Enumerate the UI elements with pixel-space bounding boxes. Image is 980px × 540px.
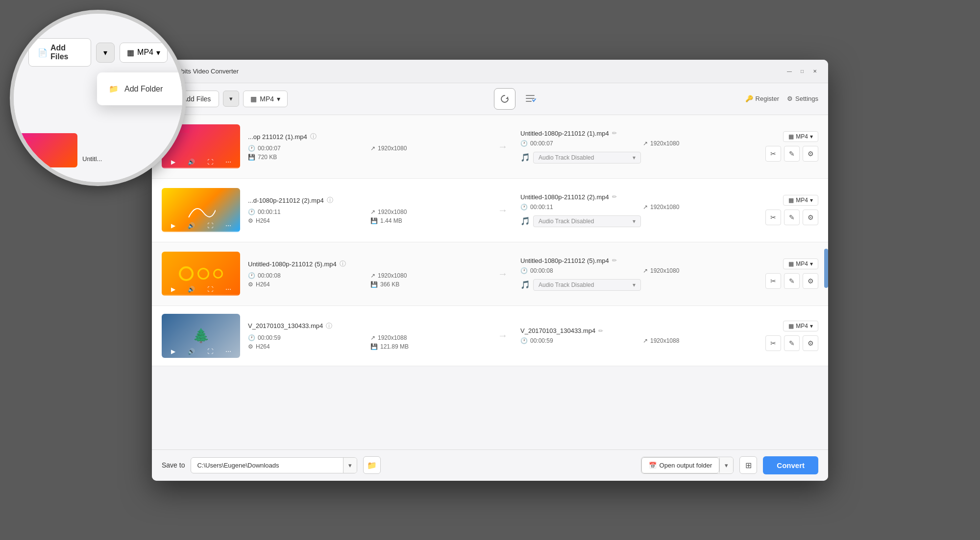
settings-button-1[interactable]: ⚙ bbox=[803, 146, 818, 162]
mag-dropdown-btn[interactable]: ▾ bbox=[96, 43, 115, 63]
window-title: orbits Video Converter bbox=[175, 68, 239, 75]
grid-view-button[interactable]: ⊞ bbox=[739, 456, 757, 474]
info-icon-3[interactable]: ⓘ bbox=[340, 259, 346, 268]
audio-track-dropdown-2[interactable]: Audio Track Disabled ▾ bbox=[533, 215, 641, 227]
settings-button[interactable]: ⚙ Settings bbox=[787, 95, 818, 102]
format-value-3: MP4 bbox=[796, 260, 808, 267]
fullscreen-icon-1[interactable]: ⛶ bbox=[207, 159, 213, 165]
fullscreen-icon-3[interactable]: ⛶ bbox=[207, 286, 213, 293]
volume-icon-1[interactable]: 🔊 bbox=[188, 159, 195, 165]
mag-add-folder-label: Add Folder bbox=[124, 85, 163, 94]
action-btn-row-3: ✂ ✎ ⚙ bbox=[765, 273, 818, 289]
volume-icon-2[interactable]: 🔊 bbox=[188, 222, 195, 229]
more-icon-3[interactable]: ⋯ bbox=[225, 286, 231, 293]
maximize-button[interactable]: □ bbox=[799, 68, 806, 74]
clock-icon-3: 🕐 bbox=[248, 272, 255, 279]
refresh-button[interactable] bbox=[494, 88, 515, 110]
volume-icon-3[interactable]: 🔊 bbox=[188, 286, 195, 293]
minimize-button[interactable]: — bbox=[786, 68, 793, 74]
fullscreen-icon-4[interactable]: ⛶ bbox=[207, 348, 213, 355]
output-actions-4: ▦ MP4 ▾ ✂ ✎ ⚙ bbox=[765, 321, 818, 351]
info-icon-1[interactable]: ⓘ bbox=[310, 132, 317, 141]
edit-icon-1[interactable]: ✏ bbox=[612, 130, 617, 137]
open-output-folder-label: Open output folder bbox=[660, 462, 712, 469]
format-tag-4[interactable]: ▦ MP4 ▾ bbox=[783, 321, 818, 331]
file-meta-4: 🕐 00:00:59 ↗ 1920x1088 ⚙ H264 💾 bbox=[248, 334, 485, 350]
edit-icon-2[interactable]: ✏ bbox=[612, 193, 617, 200]
output-section-1: Untitled-1080p-211012 (1).mp4 ✏ 🕐 00:00:… bbox=[520, 130, 758, 164]
more-icon-1[interactable]: ⋯ bbox=[225, 159, 231, 165]
resolution-icon-4: ↗ bbox=[370, 334, 375, 341]
settings-label: Settings bbox=[795, 95, 818, 102]
edit-button-2[interactable]: ✎ bbox=[784, 210, 800, 225]
browse-folder-button[interactable]: 📁 bbox=[363, 456, 381, 474]
svg-rect-7 bbox=[526, 101, 532, 102]
open-output-folder-button[interactable]: 📅 Open output folder bbox=[641, 457, 720, 473]
more-icon-2[interactable]: ⋯ bbox=[225, 222, 231, 229]
input-filename-1: ...op 211012 (1).mp4 bbox=[248, 133, 307, 141]
play-icon-4[interactable]: ▶ bbox=[171, 348, 175, 355]
format-selector-button[interactable]: ▦ MP4 ▾ bbox=[243, 91, 288, 107]
format-tag-2[interactable]: ▦ MP4 ▾ bbox=[783, 195, 818, 206]
more-icon-4[interactable]: ⋯ bbox=[225, 348, 231, 355]
arrow-col-1: → bbox=[493, 141, 513, 152]
audio-track-dropdown-3[interactable]: Audio Track Disabled ▾ bbox=[533, 279, 641, 291]
volume-icon-4[interactable]: 🔊 bbox=[188, 348, 195, 355]
format-tag-1[interactable]: ▦ MP4 ▾ bbox=[783, 131, 818, 142]
add-files-dropdown-button[interactable]: ▾ bbox=[223, 91, 239, 107]
mag-format-btn[interactable]: ▦ MP4 ▾ bbox=[120, 43, 168, 63]
file-row-4: 🌲 ▶ 🔊 ⛶ ⋯ V_20170103_130433.mp4 ⓘ bbox=[152, 306, 828, 366]
out-clock-icon-1: 🕐 bbox=[520, 140, 528, 147]
output-resolution-1: 1920x1080 bbox=[650, 140, 679, 147]
clock-icon-2: 🕐 bbox=[248, 209, 255, 215]
meta-resolution-2: ↗ 1920x1080 bbox=[370, 209, 485, 215]
input-duration-2: 00:00:11 bbox=[258, 209, 281, 215]
calendar-icon: 📅 bbox=[649, 462, 657, 469]
edit-button-4[interactable]: ✎ bbox=[784, 335, 800, 351]
info-icon-4[interactable]: ⓘ bbox=[326, 322, 332, 330]
cut-button-1[interactable]: ✂ bbox=[765, 146, 781, 162]
info-icon-2[interactable]: ⓘ bbox=[327, 196, 333, 205]
convert-button[interactable]: Convert bbox=[763, 456, 818, 474]
settings-button-3[interactable]: ⚙ bbox=[803, 273, 818, 289]
input-resolution-3: 1920x1080 bbox=[378, 272, 407, 279]
play-icon-3[interactable]: ▶ bbox=[171, 286, 175, 293]
edit-button-3[interactable]: ✎ bbox=[784, 273, 800, 289]
output-folder-dropdown-button[interactable]: ▾ bbox=[719, 458, 733, 473]
mag-add-folder-item[interactable]: 📁 Add Folder bbox=[97, 77, 186, 100]
save-path-input[interactable] bbox=[191, 458, 343, 473]
play-icon-2[interactable]: ▶ bbox=[171, 222, 175, 229]
out-duration-3: 🕐 00:00:08 bbox=[520, 267, 635, 274]
output-meta-2: 🕐 00:00:11 ↗ 1920x1080 bbox=[520, 204, 758, 211]
cut-button-4[interactable]: ✂ bbox=[765, 335, 781, 351]
magnifier-inner: 📄 Add Files ▾ ▦ MP4 ▾ 📁 Add Folder bbox=[14, 14, 182, 182]
edit-button-1[interactable]: ✎ bbox=[784, 146, 800, 162]
action-btn-row-4: ✂ ✎ ⚙ bbox=[765, 335, 818, 351]
settings-button-2[interactable]: ⚙ bbox=[803, 210, 818, 225]
cut-button-2[interactable]: ✂ bbox=[765, 210, 781, 225]
edit-icon-4[interactable]: ✏ bbox=[598, 328, 603, 334]
meta-duration-3: 🕐 00:00:08 bbox=[248, 272, 363, 279]
audio-track-row-2: 🎵 Audio Track Disabled ▾ bbox=[520, 215, 758, 227]
save-path-dropdown-button[interactable]: ▾ bbox=[343, 458, 357, 473]
input-codec-3: H264 bbox=[256, 281, 270, 288]
checklist-icon bbox=[524, 93, 536, 105]
svg-rect-5 bbox=[526, 95, 535, 96]
format-tag-3[interactable]: ▦ MP4 ▾ bbox=[783, 258, 818, 269]
register-button[interactable]: 🔑 Register bbox=[745, 95, 779, 102]
scrollbar[interactable] bbox=[824, 115, 828, 449]
fullscreen-icon-2[interactable]: ⛶ bbox=[207, 222, 213, 229]
cut-button-3[interactable]: ✂ bbox=[765, 273, 781, 289]
toolbar: 📄 Add Files ▾ ▦ MP4 ▾ bbox=[152, 83, 828, 115]
mag-add-files-btn[interactable]: 📄 Add Files bbox=[28, 38, 91, 67]
input-codec-2: H264 bbox=[256, 217, 270, 224]
close-button[interactable]: ✕ bbox=[811, 68, 818, 74]
checklist-button[interactable] bbox=[521, 90, 539, 108]
output-actions-2: ▦ MP4 ▾ ✂ ✎ ⚙ bbox=[765, 195, 818, 225]
scrollbar-thumb[interactable] bbox=[824, 249, 828, 288]
audio-track-dropdown-1[interactable]: Audio Track Disabled ▾ bbox=[533, 152, 641, 164]
add-files-label: Add Files bbox=[182, 95, 211, 103]
edit-icon-3[interactable]: ✏ bbox=[612, 257, 617, 264]
mag-format-chevron-icon: ▾ bbox=[156, 48, 160, 57]
settings-button-4[interactable]: ⚙ bbox=[803, 335, 818, 351]
